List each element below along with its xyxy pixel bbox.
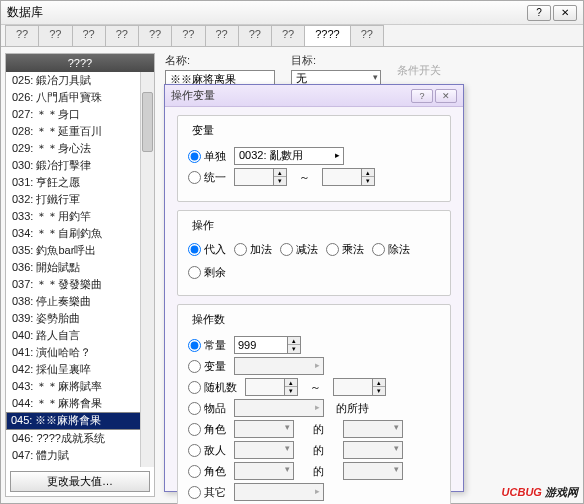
op-radio-剩余[interactable]: 剩余 [188, 265, 226, 280]
list-item[interactable]: 043: ＊＊麻將賦率 [6, 378, 154, 395]
op-radio[interactable] [188, 266, 201, 279]
dialog-titlebar: 操作变量 ? ✕ [165, 85, 463, 107]
list-item[interactable]: 034: ＊＊自刷釣魚 [6, 225, 154, 242]
tab-3[interactable]: ?? [105, 25, 139, 46]
list-item[interactable]: 030: 鍛冶打擊律 [6, 157, 154, 174]
op-radio-代入[interactable]: 代入 [188, 242, 226, 257]
list-item[interactable]: 046: ????成就系统 [6, 430, 154, 447]
operand-radio-label[interactable]: 角色 [188, 464, 226, 479]
list-header: ???? [6, 54, 154, 72]
spinner-icon: ▴▾ [274, 168, 287, 186]
op-radio[interactable] [372, 243, 385, 256]
operand-radio-label[interactable]: 角色 [188, 422, 226, 437]
operand-select-b [343, 462, 403, 480]
dialog-body: 变量 单独 0032: 亂數用 统一 ▴▾ ～ ▴▾ 操作 代入加法减法乘法除法… [165, 107, 463, 504]
op-radio-加法[interactable]: 加法 [234, 242, 272, 257]
tab-8[interactable]: ?? [271, 25, 305, 46]
scrollbar[interactable] [140, 72, 154, 467]
op-radio[interactable] [234, 243, 247, 256]
target-label: 目标: [291, 53, 381, 68]
tab-5[interactable]: ?? [171, 25, 205, 46]
item-list[interactable]: 025: 鍛冶刀具賦026: 八門盾甲寶珠027: ＊＊身口028: ＊＊延重百… [6, 72, 154, 467]
list-item[interactable]: 048: ??動敏靈力顯示 [6, 464, 154, 467]
operand-radio[interactable] [188, 444, 201, 457]
list-item[interactable]: 040: 路人自言 [6, 327, 154, 344]
scrollbar-thumb[interactable] [142, 92, 153, 152]
list-item[interactable]: 041: 演仙哈哈？ [6, 344, 154, 361]
operand-radio-label[interactable]: 常量 [188, 338, 226, 353]
operate-variable-dialog: 操作变量 ? ✕ 变量 单独 0032: 亂數用 统一 ▴▾ ～ ▴▾ 操作 代… [164, 84, 464, 492]
op-radio-乘法[interactable]: 乘法 [326, 242, 364, 257]
op-radio-除法[interactable]: 除法 [372, 242, 410, 257]
tab-0[interactable]: ?? [5, 25, 39, 46]
condition-switch-label: 条件开关 [397, 63, 441, 78]
list-item[interactable]: 038: 停止奏樂曲 [6, 293, 154, 310]
operand-select-b [343, 441, 403, 459]
operation-group: 操作 代入加法减法乘法除法剩余 [177, 210, 451, 296]
operand-group: 操作数 常量▴▾变量随机数▴▾～▴▾物品的所持角色 的 敌人 的 角色 的 其它 [177, 304, 451, 504]
single-radio-label[interactable]: 单独 [188, 149, 226, 164]
list-item[interactable]: 033: ＊＊用釣竿 [6, 208, 154, 225]
list-item[interactable]: 037: ＊＊發發樂曲 [6, 276, 154, 293]
list-item[interactable]: 032: 打鐵行軍 [6, 191, 154, 208]
op-radio[interactable] [188, 243, 201, 256]
operand-radio[interactable] [188, 423, 201, 436]
op-radio[interactable] [326, 243, 339, 256]
variable-group: 变量 单独 0032: 亂數用 统一 ▴▾ ～ ▴▾ [177, 115, 451, 202]
watermark: UCBUG 游戏网 [502, 482, 578, 500]
unify-radio[interactable] [188, 171, 201, 184]
operand-select-a [234, 420, 294, 438]
tab-6[interactable]: ?? [205, 25, 239, 46]
constant-input[interactable] [234, 336, 288, 354]
operand-radio[interactable] [188, 339, 201, 352]
left-panel: ???? 025: 鍛冶刀具賦026: 八門盾甲寶珠027: ＊＊身口028: … [5, 53, 155, 497]
list-item[interactable]: 036: 開始賦點 [6, 259, 154, 276]
help-button[interactable]: ? [527, 5, 551, 21]
single-variable-select[interactable]: 0032: 亂數用 [234, 147, 344, 165]
operand-radio[interactable] [188, 360, 201, 373]
tab-10[interactable]: ?? [350, 25, 384, 46]
operand-radio[interactable] [188, 402, 201, 415]
list-item[interactable]: 035: 釣魚bar呼出 [6, 242, 154, 259]
list-item[interactable]: 029: ＊＊身心法 [6, 140, 154, 157]
list-item[interactable]: 028: ＊＊延重百川 [6, 123, 154, 140]
dialog-help-button[interactable]: ? [411, 89, 433, 103]
tab-7[interactable]: ?? [238, 25, 272, 46]
operand-radio[interactable] [188, 381, 201, 394]
list-item[interactable]: 027: ＊＊身口 [6, 106, 154, 123]
operand-radio-label[interactable]: 物品 [188, 401, 226, 416]
operand-radio-label[interactable]: 随机数 [188, 380, 237, 395]
list-item[interactable]: 045: ※※麻將會果 [6, 412, 154, 430]
operand-radio-label[interactable]: 其它 [188, 485, 226, 500]
unify-radio-label[interactable]: 统一 [188, 170, 226, 185]
dialog-close-button[interactable]: ✕ [435, 89, 457, 103]
tab-4[interactable]: ?? [138, 25, 172, 46]
tab-2[interactable]: ?? [72, 25, 106, 46]
tab-1[interactable]: ?? [38, 25, 72, 46]
operand-select [234, 357, 324, 375]
spinner-icon[interactable]: ▴▾ [288, 336, 301, 354]
list-item[interactable]: 026: 八門盾甲寶珠 [6, 89, 154, 106]
list-item[interactable]: 031: 亨飪之愿 [6, 174, 154, 191]
operand-radio[interactable] [188, 465, 201, 478]
op-radio-减法[interactable]: 减法 [280, 242, 318, 257]
watermark-brand: UCBUG [502, 486, 542, 498]
list-item[interactable]: 039: 姿勢胎曲 [6, 310, 154, 327]
list-item[interactable]: 047: 體力賦 [6, 447, 154, 464]
operand-radio-label[interactable]: 变量 [188, 359, 226, 374]
name-label: 名称: [165, 53, 275, 68]
list-item[interactable]: 044: ＊＊麻將會果 [6, 395, 154, 412]
tabs-bar: ???????????????????????? [1, 25, 583, 47]
tab-9[interactable]: ???? [304, 25, 350, 46]
change-max-button[interactable]: 更改最大值… [10, 471, 150, 492]
operand-select [234, 483, 324, 501]
close-button[interactable]: ✕ [553, 5, 577, 21]
single-radio[interactable] [188, 150, 201, 163]
list-item[interactable]: 042: 採仙呈裏啐 [6, 361, 154, 378]
operand-select-b [343, 420, 403, 438]
operand-radio[interactable] [188, 486, 201, 499]
unify-to-input [322, 168, 362, 186]
op-radio[interactable] [280, 243, 293, 256]
list-item[interactable]: 025: 鍛冶刀具賦 [6, 72, 154, 89]
operand-radio-label[interactable]: 敌人 [188, 443, 226, 458]
